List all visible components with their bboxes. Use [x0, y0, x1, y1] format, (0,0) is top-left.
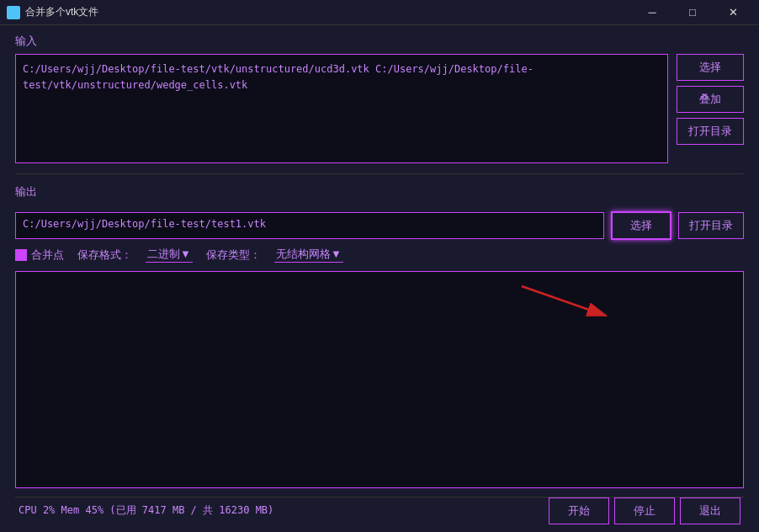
- select-input-button[interactable]: 选择: [677, 54, 744, 81]
- action-buttons: 开始 停止 退出: [549, 497, 740, 524]
- maximize-button[interactable]: □: [673, 0, 712, 25]
- stop-button[interactable]: 停止: [614, 497, 675, 524]
- input-files-display: C:/Users/wjj/Desktop/file-test/vtk/unstr…: [15, 54, 668, 163]
- close-button[interactable]: ✕: [714, 0, 752, 25]
- select-output-button[interactable]: 选择: [611, 211, 671, 240]
- save-format-label: 保存格式：: [77, 247, 132, 263]
- options-row: 合并点 保存格式： 二进制▼ 保存类型： 无结构网格▼: [15, 247, 744, 263]
- status-text: CPU 2% Mem 45% (已用 7417 MB / 共 16230 MB): [19, 503, 273, 518]
- save-type-label: 保存类型：: [206, 247, 261, 263]
- output-path-display: C:/Users/wjj/Desktop/file-test/test1.vtk: [15, 212, 604, 239]
- window-controls: ─ □ ✕: [633, 0, 752, 25]
- start-button[interactable]: 开始: [549, 497, 609, 524]
- output-label: 输出: [15, 184, 744, 200]
- title-bar: 合并多个vtk文件 ─ □ ✕: [0, 0, 759, 25]
- merge-points-label: 合并点: [31, 247, 64, 263]
- input-button-group: 选择 叠加 打开目录: [677, 54, 744, 145]
- input-section: 输入 C:/Users/wjj/Desktop/file-test/vtk/un…: [15, 34, 744, 163]
- log-area: [15, 271, 744, 488]
- open-output-dir-button[interactable]: 打开目录: [678, 212, 744, 239]
- input-label: 输入: [15, 34, 744, 49]
- status-bar: CPU 2% Mem 45% (已用 7417 MB / 共 16230 MB)…: [15, 497, 744, 524]
- exit-button[interactable]: 退出: [680, 497, 740, 524]
- divider-1: [15, 173, 744, 174]
- input-row: C:/Users/wjj/Desktop/file-test/vtk/unstr…: [15, 54, 744, 163]
- app-icon: [7, 6, 20, 19]
- save-type-select[interactable]: 无结构网格▼: [274, 247, 343, 263]
- output-section: 输出 C:/Users/wjj/Desktop/file-test/test1.…: [15, 184, 744, 263]
- save-format-select[interactable]: 二进制▼: [146, 247, 193, 263]
- open-input-dir-button[interactable]: 打开目录: [677, 118, 744, 145]
- add-button[interactable]: 叠加: [677, 86, 744, 113]
- main-content: 输入 C:/Users/wjj/Desktop/file-test/vtk/un…: [0, 25, 759, 532]
- merge-points-option: 合并点: [15, 247, 64, 263]
- minimize-button[interactable]: ─: [633, 0, 671, 25]
- output-path-row: C:/Users/wjj/Desktop/file-test/test1.vtk…: [15, 211, 744, 240]
- window-title: 合并多个vtk文件: [25, 5, 633, 19]
- merge-points-checkbox[interactable]: [15, 249, 27, 261]
